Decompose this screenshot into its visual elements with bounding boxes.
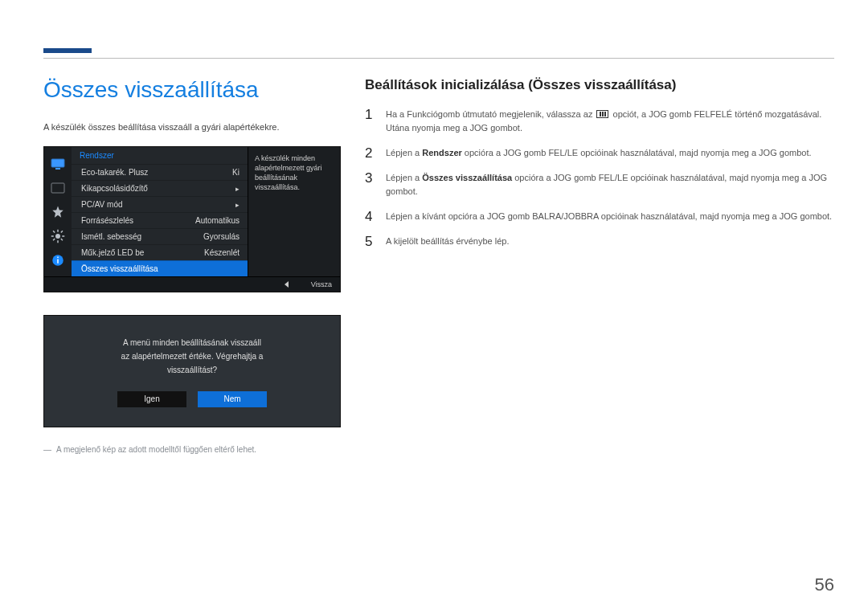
osd-menu: Rendszer Eco-takarék. PluszKiKikapcsolás… — [72, 147, 248, 276]
dialog-line-2: az alapértelmezett értéke. Végrehajtja a — [121, 352, 264, 361]
dialog-yes-button[interactable]: Igen — [117, 391, 186, 407]
svg-point-3 — [55, 234, 60, 239]
osd-menu-item-label: Műk.jelző LED be — [81, 248, 144, 257]
osd-menu-title: Rendszer — [72, 147, 248, 164]
osd-menu-item[interactable]: Ismétl. sebességGyorsulás — [72, 228, 248, 244]
osd-menu-item-label: Ismétl. sebesség — [81, 232, 141, 241]
star-icon — [49, 203, 67, 221]
step-2: Lépjen a Rendszer opcióra a JOG gomb FEL… — [365, 146, 834, 160]
osd-menu-item-value: Készenlét — [204, 248, 240, 257]
chevron-right-icon: ▸ — [235, 201, 240, 209]
svg-rect-5 — [57, 240, 59, 243]
osd-panel: Rendszer Eco-takarék. PluszKiKikapcsolás… — [43, 146, 341, 292]
osd-menu-item-value: Ki — [232, 168, 240, 177]
osd-menu-item[interactable]: Eco-takarék. PluszKi — [72, 164, 248, 180]
osd-description: A készülék minden alapértelmezett gyári … — [248, 147, 340, 276]
page-title: Összes visszaállítása — [43, 77, 346, 103]
header-accent-bar — [43, 48, 92, 53]
svg-rect-11 — [53, 239, 55, 241]
svg-rect-10 — [60, 231, 63, 233]
display-icon — [49, 179, 67, 197]
svg-rect-4 — [57, 230, 59, 232]
osd-menu-item-value: Automatikus — [195, 216, 240, 225]
chevron-right-icon: ▸ — [235, 185, 240, 193]
intro-text: A készülék összes beállítása visszaáll a… — [43, 122, 346, 132]
step-3-text-a: Lépjen a — [386, 173, 422, 182]
svg-rect-9 — [60, 239, 63, 241]
osd-sidebar — [44, 147, 72, 276]
osd-menu-item[interactable]: Összes visszaállítása — [72, 260, 248, 276]
osd-menu-item[interactable]: Műk.jelző LED beKészenlét — [72, 244, 248, 260]
steps-list: Ha a Funkciógomb útmutató megjelenik, vá… — [365, 108, 834, 248]
svg-rect-7 — [62, 235, 64, 237]
dialog-line-1: A menü minden beállításának visszaáll — [123, 338, 261, 347]
svg-rect-14 — [57, 257, 59, 259]
svg-rect-13 — [57, 260, 59, 264]
page-number: 56 — [815, 574, 834, 595]
osd-menu-item-label: PC/AV mód — [81, 200, 123, 209]
header-rule — [43, 58, 834, 59]
back-arrow-icon — [285, 281, 289, 288]
monitor-icon — [49, 155, 67, 173]
footnote-text: A megjelenő kép az adott modelltől függő… — [56, 445, 256, 454]
step-2-text-a: Lépjen a — [386, 148, 422, 157]
osd-menu-item-label: Forrásészlelés — [81, 216, 133, 225]
step-2-text-c: opcióra a JOG gomb FEL/LE opcióinak hasz… — [462, 148, 812, 157]
osd-menu-item[interactable]: PC/AV mód▸ — [72, 196, 248, 212]
osd-menu-item-value: Gyorsulás — [203, 232, 240, 241]
confirm-dialog: A menü minden beállításának visszaáll az… — [43, 315, 341, 427]
info-icon — [49, 251, 67, 269]
step-3-bold: Összes visszaállítása — [422, 173, 512, 182]
osd-menu-item[interactable]: Kikapcsolásidőzítő▸ — [72, 180, 248, 196]
footnote-dash: ― — [43, 445, 51, 454]
step-1-text-a: Ha a Funkciógomb útmutató megjelenik, vá… — [386, 109, 595, 119]
step-2-bold: Rendszer — [422, 148, 462, 157]
svg-rect-0 — [51, 159, 64, 167]
osd-menu-item[interactable]: ForrásészlelésAutomatikus — [72, 212, 248, 228]
svg-rect-8 — [53, 231, 55, 233]
osd-menu-item-label: Kikapcsolásidőzítő — [81, 184, 148, 193]
menu-icon — [596, 110, 608, 118]
step-4: Lépjen a kívánt opcióra a JOG gomb BALRA… — [365, 210, 834, 223]
gear-icon — [49, 227, 67, 245]
section-subtitle: Beállítások inicializálása (Összes vissz… — [365, 77, 834, 93]
osd-back-label: Vissza — [311, 280, 332, 288]
svg-rect-1 — [55, 168, 60, 170]
dialog-no-button[interactable]: Nem — [198, 391, 267, 407]
osd-footer: Vissza — [44, 276, 340, 292]
step-3: Lépjen a Összes visszaállítása opcióra a… — [365, 171, 834, 198]
svg-rect-6 — [51, 235, 54, 237]
footnote: ―A megjelenő kép az adott modelltől függ… — [43, 445, 346, 454]
step-5: A kijelölt beállítás érvénybe lép. — [365, 235, 834, 248]
osd-menu-item-label: Összes visszaállítása — [81, 264, 158, 273]
svg-rect-2 — [51, 183, 64, 193]
dialog-line-3: visszaállítást? — [167, 366, 217, 374]
step-1: Ha a Funkciógomb útmutató megjelenik, vá… — [365, 108, 834, 135]
osd-menu-item-label: Eco-takarék. Plusz — [81, 168, 148, 177]
